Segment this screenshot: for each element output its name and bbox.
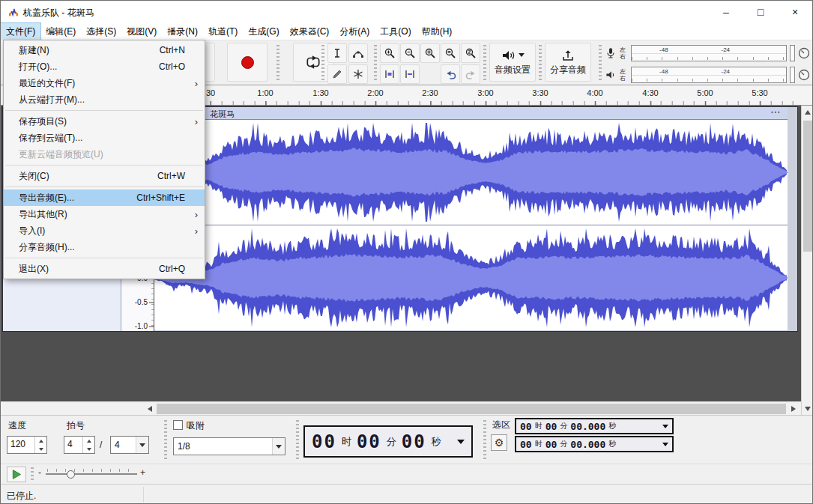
selection-tool-button[interactable] (327, 43, 347, 63)
toolbar-grip[interactable] (31, 467, 34, 482)
toolbar-grip[interactable] (296, 420, 299, 459)
playback-speed-slider[interactable] (46, 467, 137, 482)
time-signature-lower-select[interactable]: 4 (110, 436, 149, 454)
tempo-input[interactable]: 120 (7, 436, 47, 454)
draw-tool-button[interactable] (327, 64, 347, 84)
menu-tools[interactable]: 工具(O) (375, 23, 416, 40)
zoom-selection-button[interactable] (420, 43, 440, 63)
menu-item-import[interactable]: 导入(I)› (4, 222, 205, 239)
menu-item-export-other[interactable]: 导出其他(R)› (4, 206, 205, 222)
minimize-button[interactable]: – (709, 1, 743, 23)
menu-item-new[interactable]: 新建(N)Ctrl+N (4, 42, 205, 58)
timeline-ticks[interactable]: 30 1:00 1:30 2:00 2:30 3:00 3:30 4:00 4:… (152, 85, 795, 105)
undo-button[interactable] (441, 64, 460, 84)
dropdown-icon[interactable] (662, 425, 668, 428)
audio-setup-button[interactable]: 音频设置 (489, 43, 536, 82)
menu-item-export-audio[interactable]: 导出音频(E)...Ctrl+Shift+E (4, 189, 205, 206)
recording-meter-bar[interactable]: -48 -24 (631, 45, 787, 61)
dropdown-icon[interactable] (662, 443, 668, 446)
menu-generate[interactable]: 生成(G) (243, 23, 284, 40)
clip-overflow-menu[interactable]: ⋯ (770, 106, 782, 118)
snap-mode-select[interactable]: 1/8 (173, 437, 285, 455)
selection-start-hours[interactable]: 00 (520, 421, 532, 432)
menu-tracks[interactable]: 轨道(T) (203, 23, 243, 40)
toolbar-grip[interactable] (164, 420, 167, 459)
playback-meter[interactable]: 左右 -48 -24 (605, 65, 810, 85)
scroll-down-button[interactable] (802, 402, 813, 415)
time-signature-spinner[interactable] (82, 437, 94, 453)
playback-meter-bar[interactable]: -48 -24 (631, 67, 787, 83)
menu-item-exit[interactable]: 退出(X)Ctrl+Q (4, 261, 205, 277)
recording-meter[interactable]: 左右 -48 -24 (605, 43, 810, 63)
dropdown-icon[interactable] (457, 440, 465, 444)
selection-start-field[interactable]: 00时 00分 00.000秒 (515, 418, 674, 434)
speed-slider-minus[interactable]: - (38, 467, 41, 478)
selection-end-field[interactable]: 00时 00分 00.000秒 (515, 436, 674, 452)
menu-item-open-from-cloud[interactable]: 从云端打开(M)... (4, 91, 205, 108)
menu-item-save-to-cloud[interactable]: 保存到云端(T)... (4, 130, 205, 146)
time-signature-upper-input[interactable]: 4 (64, 436, 95, 454)
vertical-scroll-thumb[interactable] (803, 121, 812, 252)
clip-lane[interactable]: 花斑马 ⋯ (154, 107, 797, 331)
combo-dropdown-button[interactable] (136, 437, 148, 453)
position-minutes[interactable]: 00 (357, 431, 381, 452)
menu-item-close[interactable]: 关闭(C)Ctrl+W (4, 168, 205, 184)
selection-start-seconds[interactable]: 00.000 (570, 421, 605, 432)
menu-effect[interactable]: 效果器(C) (285, 23, 335, 40)
horizontal-scroll-thumb[interactable] (157, 404, 786, 414)
toolbar-grip[interactable] (374, 45, 377, 81)
toolbar-grip[interactable] (276, 45, 279, 81)
toolbar-grip[interactable] (483, 420, 486, 459)
play-at-speed-button[interactable] (7, 467, 26, 482)
tempo-spinner[interactable] (34, 437, 46, 453)
zoom-in-button[interactable] (380, 43, 399, 63)
silence-audio-button[interactable] (400, 64, 420, 84)
scroll-left-button[interactable] (143, 402, 156, 415)
trim-audio-button[interactable] (380, 64, 399, 84)
audio-clip[interactable]: 花斑马 ⋯ (154, 107, 788, 331)
redo-button[interactable] (461, 64, 480, 84)
combo-dropdown-button[interactable] (272, 438, 285, 455)
clip-header[interactable]: 花斑马 ⋯ (154, 107, 788, 120)
multi-tool-button[interactable] (348, 64, 368, 84)
menu-item-recent-files[interactable]: 最近的文件(F)› (4, 75, 205, 91)
waveform-right-channel[interactable] (154, 225, 788, 330)
zoom-fit-button[interactable] (441, 43, 460, 63)
selection-end-hours[interactable]: 00 (520, 439, 532, 450)
menu-edit[interactable]: 编辑(E) (40, 23, 81, 40)
toolbar-grip[interactable] (321, 45, 324, 81)
menu-item-open[interactable]: 打开(O)...Ctrl+O (4, 58, 205, 75)
waveform-left-channel[interactable] (154, 120, 788, 225)
selection-end-seconds[interactable]: 00.000 (570, 439, 605, 450)
horizontal-scrollbar[interactable] (1, 401, 801, 415)
zoom-out-button[interactable] (400, 43, 420, 63)
speed-slider-thumb[interactable] (67, 470, 75, 479)
audio-position-display[interactable]: 00时 00分 00秒 (303, 425, 473, 458)
speed-slider-plus[interactable]: + (140, 467, 145, 478)
toolbar-grip[interactable] (539, 45, 542, 81)
record-button[interactable] (227, 43, 268, 82)
menu-analyze[interactable]: 分析(A) (334, 23, 375, 40)
close-button[interactable]: × (778, 1, 812, 23)
selection-start-minutes[interactable]: 00 (545, 421, 557, 432)
menu-view[interactable]: 视图(V) (121, 23, 162, 40)
playback-volume-knob[interactable] (798, 69, 810, 81)
toolbar-grip[interactable] (599, 45, 602, 81)
position-hours[interactable]: 00 (312, 431, 336, 452)
maximize-button[interactable]: □ (743, 1, 778, 23)
menu-file[interactable]: 文件(F) (1, 23, 40, 40)
share-audio-button[interactable]: 分享音频 (545, 43, 591, 82)
position-seconds[interactable]: 00 (402, 431, 426, 452)
menu-select[interactable]: 选择(S) (81, 23, 121, 40)
recording-volume-knob[interactable] (798, 47, 810, 59)
scroll-up-button[interactable] (802, 106, 813, 118)
selection-end-minutes[interactable]: 00 (545, 439, 557, 450)
snap-checkbox[interactable] (173, 420, 183, 430)
zoom-toggle-button[interactable] (461, 43, 480, 63)
vertical-scrollbar[interactable] (801, 106, 813, 415)
menu-transport[interactable]: 播录(N) (162, 23, 203, 40)
menu-item-save-project[interactable]: 保存项目(S)› (4, 113, 205, 130)
toolbar-grip[interactable] (483, 45, 486, 81)
menu-help[interactable]: 帮助(H) (417, 23, 458, 40)
menu-item-share-audio[interactable]: 分享音频(H)... (4, 239, 205, 255)
